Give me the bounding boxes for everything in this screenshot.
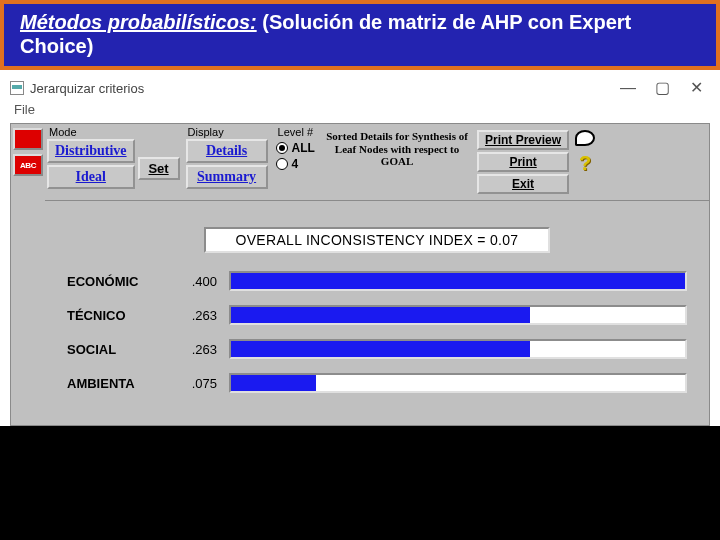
chart-bar-track [229,271,687,291]
level-all-label: ALL [292,141,315,155]
chart-row: SOCIAL.263 [67,339,687,359]
app-frame: ABC Mode Distributive Ideal Set [10,123,710,426]
mode-set-button[interactable]: Set [138,157,180,180]
level-all-option[interactable]: ALL [276,141,315,155]
chart-value-label: .400 [175,274,221,289]
maximize-button[interactable]: ▢ [648,80,676,96]
content-area: OVERALL INCONSISTENCY INDEX = 0.07 ECONÓ… [45,201,709,425]
chart-category-label: ECONÓMIC [67,274,167,289]
chart-value-label: .075 [175,376,221,391]
window-title: Jerarquizar criterios [30,81,608,96]
level-label: Level # [276,126,315,139]
display-summary-button[interactable]: Summary [186,165,268,189]
priority-chart: ECONÓMIC.400TÉCNICO.263SOCIAL.263AMBIENT… [45,271,709,425]
slide-title: Métodos probabilísticos: (Solución de ma… [0,0,720,70]
chart-category-label: SOCIAL [67,342,167,357]
print-button[interactable]: Print [477,152,569,172]
chart-row: AMBIENTA.075 [67,373,687,393]
tool-abc-icon[interactable]: ABC [13,154,43,176]
minimize-button[interactable]: — [614,80,642,96]
top-toolbar: Mode Distributive Ideal Set Display [45,124,709,201]
app-icon [10,81,24,95]
print-preview-button[interactable]: Print Preview [477,130,569,150]
display-label: Display [186,126,268,139]
inconsistency-index: OVERALL INCONSISTENCY INDEX = 0.07 [204,227,551,253]
help-icon[interactable]: ? [579,152,591,175]
display-details-button[interactable]: Details [186,139,268,163]
chart-bar [231,273,685,289]
synthesis-description: Sorted Details for Synthesis of Leaf Nod… [321,126,473,196]
window-titlebar: Jerarquizar criterios — ▢ ✕ [10,76,710,100]
level-num-label: 4 [292,157,299,171]
mode-distributive-button[interactable]: Distributive [47,139,135,163]
mode-group: Mode Distributive Ideal Set [45,126,182,196]
chart-bar-track [229,305,687,325]
exit-button[interactable]: Exit [477,174,569,194]
level-num-option[interactable]: 4 [276,157,315,171]
chart-bar-track [229,373,687,393]
chart-value-label: .263 [175,308,221,323]
right-icons: ? [573,126,599,196]
menu-file[interactable]: File [14,102,35,117]
display-group: Display Details Summary [184,126,270,196]
level-group: Level # ALL 4 [272,126,319,196]
chart-bar [231,375,316,391]
app-window: Jerarquizar criterios — ▢ ✕ File ABC Mod… [0,70,720,426]
chart-category-label: TÉCNICO [67,308,167,323]
chart-value-label: .263 [175,342,221,357]
chart-category-label: AMBIENTA [67,376,167,391]
chart-bar-track [229,339,687,359]
menu-bar: File [10,100,710,123]
tool-red-icon[interactable] [13,128,43,150]
slide-title-emphasis: Métodos probabilísticos: [20,11,257,33]
radio-icon [276,142,288,154]
chart-bar [231,341,530,357]
chart-row: TÉCNICO.263 [67,305,687,325]
mode-label: Mode [47,126,180,139]
chart-bar [231,307,530,323]
inconsistency-row: OVERALL INCONSISTENCY INDEX = 0.07 [45,201,709,271]
right-button-group: Print Preview Print Exit [475,126,571,196]
chart-row: ECONÓMIC.400 [67,271,687,291]
mode-ideal-button[interactable]: Ideal [47,165,135,189]
left-tool-column: ABC [11,124,45,425]
speech-bubble-icon[interactable] [575,130,595,146]
radio-icon [276,158,288,170]
close-button[interactable]: ✕ [682,80,710,96]
